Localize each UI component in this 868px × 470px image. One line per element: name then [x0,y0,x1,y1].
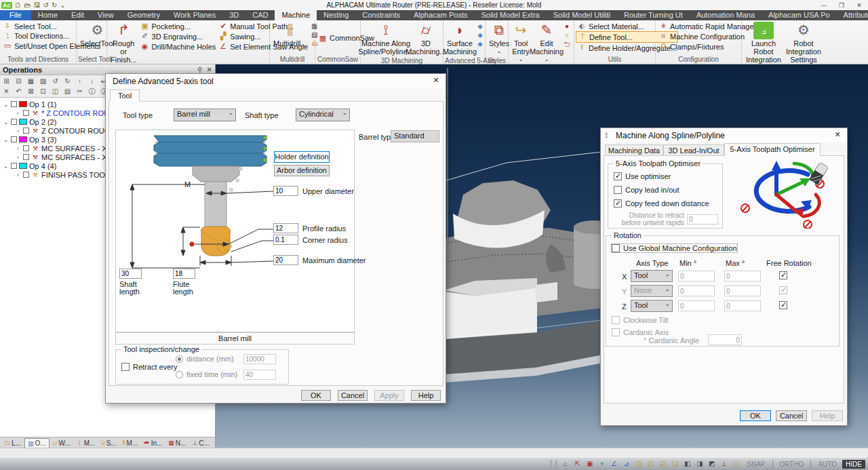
tab-solid-model-utilities[interactable]: Solid Model Utiliti [547,10,617,20]
help-button[interactable]: Help [812,410,843,421]
expand-all-icon[interactable]: ⊞ [1,76,12,86]
tool-type-select[interactable]: Barrel mill [174,109,236,121]
expander-icon[interactable]: › [15,110,21,117]
dialog-titlebar[interactable]: ⟟ Machine Along Spline/Polyline ✕ [601,128,847,142]
renumber-up-icon[interactable]: ↺ [50,76,60,86]
op-checkbox[interactable] [23,128,29,134]
collapse-all-icon[interactable]: ⊟ [14,76,24,86]
clockwise-tilt-checkbox[interactable]: Clockwise Tilt [612,316,669,324]
tab-3d-lead-inout[interactable]: 3D Lead-In/Out [663,144,724,156]
adv5axis-mini-icon-1[interactable]: ◈ [475,22,485,30]
tab-automation-manager[interactable]: Automation Mana [690,10,762,20]
tab-alphacam-posts[interactable]: Alphacam Posts [407,10,474,20]
arbor-definition-button[interactable]: Arbor definition [274,165,330,176]
edit-machining-button[interactable]: ✎Edit Machining⌄ [532,21,561,64]
panel-tab-layers[interactable]: 🗀L... [1,438,24,448]
tab-attributes[interactable]: Attributes [837,10,868,20]
axis-z-icon[interactable]: ⊿ [621,459,631,469]
ok-button[interactable]: OK [301,390,331,401]
special-mini-icon-1[interactable]: ● [562,22,572,30]
engraving-3d-button[interactable]: ✐3D Engraving... [139,31,218,41]
expander-icon[interactable]: › [15,172,21,178]
tab-3d[interactable]: 3D [222,10,245,20]
axis-x-free-rotation-checkbox[interactable] [779,271,787,279]
tab-constraints[interactable]: Constraints [355,10,407,20]
unlock-icon[interactable]: ⊡ [38,86,48,96]
snap-toggle[interactable]: SNAP [743,460,768,469]
right-view-icon[interactable]: ◨ [694,459,705,469]
axis-xy-icon[interactable]: ∠ [609,459,619,469]
tab-file[interactable]: File [0,10,31,20]
pin-icon[interactable]: ⚲ [197,66,202,73]
axis-x-min-field[interactable] [678,271,715,281]
panel-close-icon[interactable]: ✕ [207,66,212,73]
move-down-icon[interactable]: ↓ [87,76,97,86]
cancel-button[interactable]: Cancel [338,390,368,401]
hide-preview-icon[interactable]: ▨ [38,76,48,86]
axis-z-max-field[interactable] [724,300,761,311]
cardanic-axis-checkbox[interactable]: Cardanic Axis [612,328,669,336]
tab-machining-data[interactable]: Machining Data [605,144,663,156]
op-checkbox[interactable] [23,110,29,116]
multidrill-button[interactable]: ⫼Multidrill... [271,21,309,48]
close-icon[interactable]: ✕ [832,130,843,139]
panel-tab-m2[interactable]: ⫴M... [120,438,140,448]
info-a-icon[interactable]: ⓘ [87,86,97,96]
flute-length-field[interactable] [173,269,195,279]
lock-icon[interactable]: ⊠ [26,86,36,96]
tab-router-turning[interactable]: Router Turning Ut [617,10,690,20]
pocketing-button[interactable]: ▣Pocketing... [139,21,218,31]
special-mini-icon-2[interactable]: ⟡ [562,31,572,39]
back-view-icon[interactable]: ◲ [670,459,680,469]
view-axes-icon[interactable]: ⇱ [572,459,583,469]
tab-geometry[interactable]: Geometry [121,10,167,20]
shaft-type-select[interactable]: Cylindrical [296,109,350,121]
holder-definition-button[interactable]: Holder definition [274,151,330,163]
auto-toggle[interactable]: AUTO [814,460,840,469]
adv5axis-mini-icon-3[interactable]: ◈ [475,40,485,47]
tab-cad[interactable]: CAD [245,10,275,20]
simulate-icon[interactable]: ✂ [75,86,85,96]
tab-5axis-toolpath-optimiser[interactable]: 5-Axis Toolpath Optimiser [724,143,821,156]
front-view-icon[interactable]: ◱ [658,459,668,469]
tab-home[interactable]: Home [31,10,64,20]
expander-icon[interactable]: ⌄ [3,163,9,170]
close-icon[interactable]: ✕ [431,76,441,85]
expander-icon[interactable]: › [15,145,21,152]
barrel-type-select[interactable]: Standard [391,130,439,142]
undo-icon[interactable]: ↺ [43,1,49,9]
copy-lead-inout-checkbox[interactable]: Copy lead in/out [614,186,679,194]
axis-xyz-icon[interactable]: ⌖ [597,459,607,469]
list-icon[interactable]: ▤ [62,86,73,96]
solid-toggle-icon[interactable]: ▢ [731,459,741,469]
panel-tab-in[interactable]: ⮫In... [141,438,165,448]
use-optimiser-checkbox[interactable]: Use optimiser [614,172,671,180]
qat-more-icon[interactable]: ⌄ [60,1,65,9]
redo-icon[interactable]: ↻ [52,1,57,9]
left-view-icon[interactable]: ◧ [682,459,692,469]
axis-y-min-field[interactable] [678,286,715,296]
view-extents-icon[interactable]: ⌂ [560,459,570,469]
help-button[interactable]: Help [411,390,441,401]
op-checkbox[interactable] [23,172,29,178]
expander-icon[interactable]: › [15,128,21,134]
cardanic-angle-field[interactable] [708,334,742,345]
tab-alphacam-usa[interactable]: Alphacam USA Po [762,10,837,20]
panel-tab-work[interactable]: ▱W... [50,438,73,448]
ok-button[interactable]: OK [740,410,771,421]
axis-z-free-rotation-checkbox[interactable] [779,301,787,309]
apply-button[interactable]: Apply [374,390,404,401]
show-preview-icon[interactable]: ▦ [26,76,36,86]
renumber-down-icon[interactable]: ↻ [62,76,73,86]
axis-y-type-select[interactable]: None [631,285,673,297]
panel-tab-c[interactable]: ⊥C... [189,438,212,448]
op-checkbox[interactable] [11,136,17,142]
retract-every-checkbox[interactable]: Retract every [121,363,177,371]
shaft-length-field[interactable] [119,269,142,279]
panel-tab-s[interactable]: ⍃S... [98,438,119,448]
tab-machine[interactable]: Machine [275,10,317,20]
distance-field[interactable] [243,354,276,364]
upper-diameter-field[interactable] [273,186,298,196]
find-icon[interactable]: ◫ [50,86,60,96]
launch-robot-integration-button[interactable]: ⟓Launch Robot Integration [743,21,784,64]
